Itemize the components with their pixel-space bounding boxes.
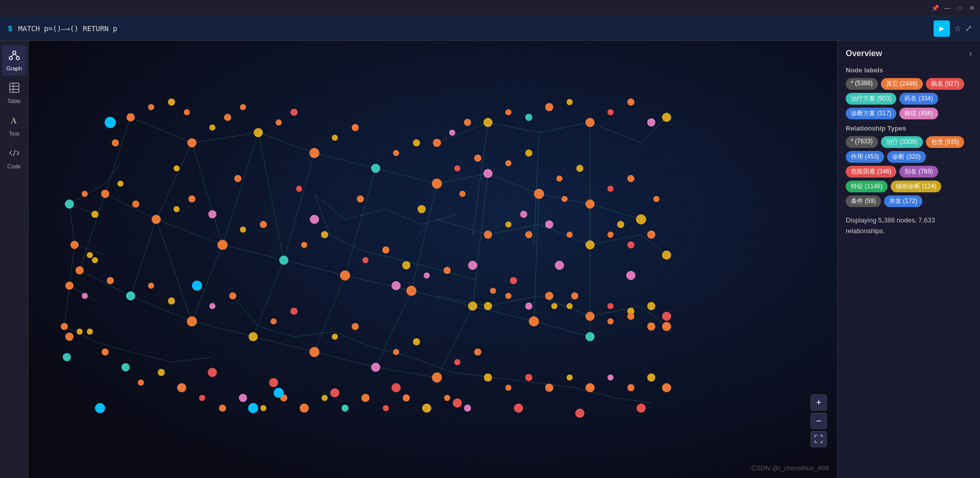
svg-point-174 [607,318,614,324]
fit-button[interactable]: ⛶ [811,431,827,447]
svg-point-205 [413,338,420,345]
query-text[interactable]: MATCH p=()—→() RETURN p [18,24,927,33]
svg-point-164 [406,286,416,296]
svg-point-144 [627,98,634,106]
svg-point-250 [65,199,74,209]
panel-header: Overview › [846,49,972,58]
svg-point-235 [383,405,389,411]
svg-point-158 [301,242,307,248]
table-label: Table [7,98,20,104]
svg-point-196 [229,292,236,299]
svg-point-167 [468,301,477,311]
sidebar-item-text[interactable]: A Text [2,110,27,141]
graph-icon [9,49,20,63]
svg-point-153 [208,210,216,218]
rel-assist-diagnose[interactable]: 辅助诊断 (124) [891,181,941,192]
svg-point-140 [545,103,553,111]
node-label-diagnosis[interactable]: 诊断方案 (317) [846,108,896,119]
svg-point-104 [127,113,135,121]
svg-point-202 [352,323,359,330]
run-button[interactable]: ▶ [934,20,950,37]
svg-point-111 [240,104,246,110]
rel-effect[interactable]: 作用 (453) [846,151,884,163]
svg-point-251 [82,191,88,197]
svg-point-233 [341,405,349,412]
panel-collapse-button[interactable]: › [969,49,972,58]
zoom-out-button[interactable]: − [811,413,827,429]
svg-point-162 [382,246,389,254]
svg-point-232 [322,395,328,401]
svg-point-214 [585,312,595,321]
rel-alias[interactable]: 别名 (769) [899,166,938,178]
svg-point-234 [361,394,370,402]
svg-point-287 [248,403,258,413]
svg-point-265 [418,205,426,213]
svg-point-288 [95,403,105,413]
favorite-button[interactable]: ☆ [954,23,961,33]
svg-point-276 [208,368,217,377]
svg-point-109 [209,124,215,131]
pin-button[interactable]: 📌 [931,4,939,12]
rel-condition[interactable]: 条件 (59) [846,195,881,207]
svg-point-280 [453,398,462,408]
node-label-disease[interactable]: 病名 (927) [926,78,964,90]
svg-point-223 [138,380,144,386]
svg-point-198 [271,318,277,324]
svg-point-106 [168,98,175,106]
rel-feature[interactable]: 特征 (1146) [846,181,888,192]
svg-point-192 [148,283,154,289]
rel-complication[interactable]: 并发 (172) [884,195,922,207]
node-label-other[interactable]: 其它 (2449) [881,78,923,90]
rel-diagnose[interactable]: 诊断 (320) [887,151,925,163]
svg-point-0 [13,51,16,54]
rel-contain[interactable]: 包含 (935) [926,136,964,148]
rel-all[interactable]: * (7633) [846,136,878,148]
svg-point-154 [217,240,228,250]
rel-risk[interactable]: 危险因素 (346) [846,166,896,178]
relationship-types-title: Relationship Types [846,124,972,132]
rel-treat[interactable]: 治疗 (3309) [881,136,923,148]
svg-point-107 [184,109,190,115]
zoom-in-button[interactable]: + [811,394,827,411]
sidebar-item-graph[interactable]: Graph [2,45,27,76]
svg-point-184 [607,232,614,238]
node-label-treatment[interactable]: 治疗方案 (903) [846,93,896,105]
svg-point-141 [567,99,573,105]
svg-point-131 [607,186,614,192]
svg-point-267 [520,211,527,218]
svg-line-3 [11,54,14,57]
svg-point-213 [567,303,573,309]
svg-point-201 [332,334,338,340]
svg-point-227 [219,405,226,412]
svg-point-238 [444,395,450,401]
node-label-medicine[interactable]: 药名 (334) [899,93,938,105]
svg-point-286 [274,388,284,398]
close-button[interactable]: ✕ [968,4,976,12]
svg-point-137 [483,118,493,127]
svg-point-110 [224,114,231,121]
node-label-all[interactable]: * (5388) [846,78,878,90]
graph-canvas[interactable]: - - - - - - - - + − ⛶ CSDN @i_chensihuo_… [29,41,837,478]
graph-svg: - - - - - - - - [29,41,837,478]
svg-point-229 [260,405,266,411]
svg-point-126 [525,149,532,157]
expand-button[interactable]: ⤢ [965,23,972,33]
node-label-symptom[interactable]: 病症 (458) [899,108,938,119]
svg-point-222 [121,363,130,371]
svg-point-177 [662,312,671,321]
svg-point-2 [16,57,19,60]
svg-point-116 [332,135,338,141]
svg-point-244 [567,374,573,381]
svg-point-148 [117,181,124,187]
sidebar-item-table[interactable]: Table [2,78,27,108]
svg-point-203 [371,363,380,372]
svg-point-263 [296,186,302,192]
svg-point-281 [514,404,523,413]
svg-point-1 [9,57,12,60]
minimize-button[interactable]: — [943,4,951,12]
sidebar-item-code[interactable]: Code [2,143,27,173]
relationship-types-row: * (7633) 治疗 (3309) 包含 (935) 作用 (453) 诊断 … [846,136,972,207]
svg-point-189 [92,257,98,263]
svg-point-130 [585,199,595,209]
maximize-button[interactable]: □ [955,4,964,12]
